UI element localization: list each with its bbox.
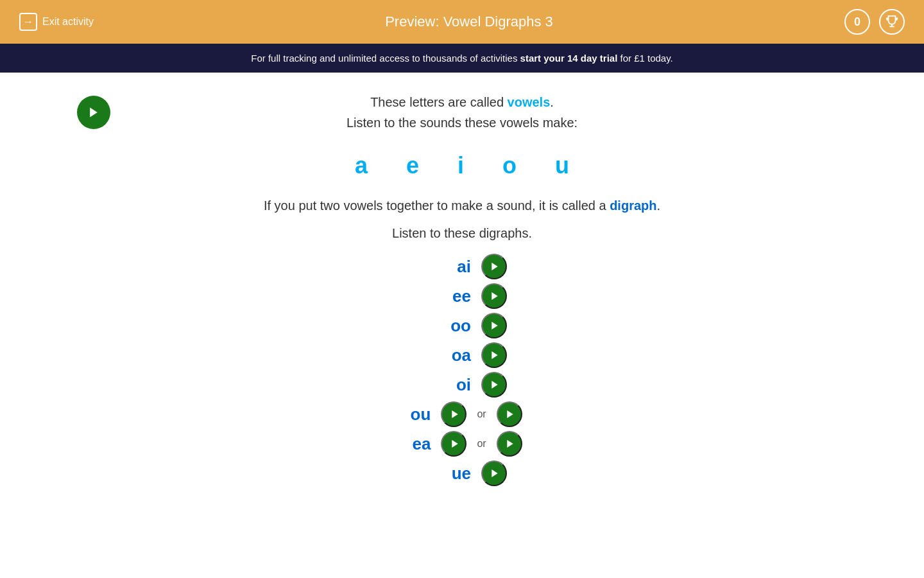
svg-marker-4 (492, 292, 498, 300)
intro-line1-after: . (550, 95, 554, 109)
digraph-label-ee: ee (442, 286, 471, 306)
trophy-badge (879, 9, 905, 35)
or-label-ea: or (477, 438, 486, 450)
svg-marker-7 (492, 381, 498, 389)
play-ea-alt-button[interactable] (497, 431, 522, 457)
play-ou-button[interactable] (441, 401, 466, 427)
digraph-label-ea: ea (402, 434, 431, 454)
vowel-i: i (458, 152, 464, 179)
play-ee-button[interactable] (481, 283, 507, 309)
digraph-intro: If you put two vowels together to make a… (264, 198, 660, 213)
digraph-label-ai: ai (442, 257, 471, 277)
svg-marker-12 (492, 469, 498, 477)
intro-text: These letters are called vowels. Listen … (0, 92, 924, 133)
banner-text-after: for £1 today. (617, 53, 672, 64)
digraph-label-ou: ou (402, 405, 431, 425)
digraph-label-oi: oi (442, 375, 471, 395)
digraph-row-ee: ee (417, 283, 507, 309)
svg-marker-5 (492, 322, 498, 329)
vowel-e: e (406, 152, 419, 179)
vowels-row: a e i o u (355, 152, 569, 179)
digraph-row-ai: ai (417, 254, 507, 279)
vowel-o: o (502, 152, 517, 179)
digraph-row-oa: oa (417, 342, 507, 368)
svg-marker-11 (507, 440, 513, 448)
digraph-row-ue: ue (417, 460, 507, 486)
play-ai-button[interactable] (481, 254, 507, 279)
banner-cta[interactable]: start your 14 day trial (520, 53, 618, 64)
svg-marker-9 (507, 410, 513, 418)
digraph-list: ai ee oo oa oi (402, 254, 522, 486)
vowels-word: vowels (508, 95, 551, 109)
svg-marker-8 (452, 410, 458, 418)
listen-text: Listen to these digraphs. (392, 226, 532, 241)
intro-line2: Listen to the sounds these vowels make: (346, 116, 578, 130)
digraph-row-oo: oo (417, 313, 507, 338)
exit-label: Exit activity (42, 16, 94, 28)
play-oi-button[interactable] (481, 372, 507, 398)
exit-icon (19, 13, 37, 31)
digraph-label-ue: ue (442, 464, 471, 484)
digraph-row-oi: oi (417, 372, 507, 398)
play-oo-button[interactable] (481, 313, 507, 338)
play-oa-button[interactable] (481, 342, 507, 368)
svg-marker-10 (452, 440, 458, 448)
digraph-row-ea: ea or (402, 431, 522, 457)
digraph-intro-before: If you put two vowels together to make a… (264, 198, 610, 213)
play-ou-alt-button[interactable] (497, 401, 522, 427)
intro-line1-before: These letters are called (370, 95, 507, 109)
vowel-u: u (555, 152, 569, 179)
svg-marker-3 (492, 263, 498, 270)
page-title: Preview: Vowel Digraphs 3 (385, 13, 553, 30)
play-vowels-button[interactable] (77, 96, 110, 129)
header-right: 0 (844, 9, 905, 35)
exit-activity-button[interactable]: Exit activity (19, 13, 94, 31)
vowel-a: a (355, 152, 368, 179)
banner-text-before: For full tracking and unlimited access t… (251, 53, 520, 64)
digraph-intro-after: . (656, 198, 660, 213)
play-ue-button[interactable] (481, 460, 507, 486)
promo-banner: For full tracking and unlimited access t… (0, 44, 924, 73)
svg-marker-6 (492, 351, 498, 359)
score-badge: 0 (844, 9, 870, 35)
play-ea-button[interactable] (441, 431, 466, 457)
svg-marker-2 (90, 108, 98, 118)
digraph-word: digraph (610, 198, 656, 213)
main-content: These letters are called vowels. Listen … (0, 73, 924, 505)
app-header: Exit activity Preview: Vowel Digraphs 3 … (0, 0, 924, 44)
digraph-label-oo: oo (442, 316, 471, 336)
digraph-row-ou: ou or (402, 401, 522, 427)
or-label-ou: or (477, 408, 486, 420)
digraph-label-oa: oa (442, 346, 471, 365)
